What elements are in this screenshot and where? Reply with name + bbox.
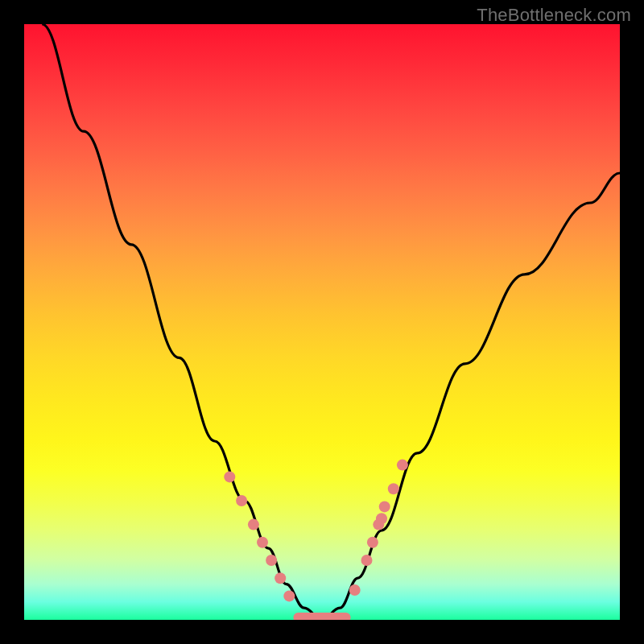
data-dot [349, 584, 361, 596]
data-dot [361, 555, 373, 566]
data-dot [257, 537, 268, 548]
bottleneck-curve [42, 24, 620, 620]
data-dot [236, 495, 247, 506]
chart-frame: TheBottleneck.com [0, 0, 644, 644]
watermark-text: TheBottleneck.com [477, 5, 631, 26]
curve-svg [24, 24, 620, 620]
data-dot [388, 483, 399, 494]
data-dot [224, 471, 235, 482]
data-dot [283, 590, 295, 601]
data-dot [248, 519, 259, 530]
data-dot [376, 513, 387, 524]
dots-right-group [349, 460, 408, 596]
data-dot [397, 460, 408, 471]
data-dot [275, 572, 286, 584]
data-dot [379, 501, 390, 512]
plot-area [24, 24, 620, 620]
data-dot [266, 555, 277, 566]
data-dot [367, 537, 378, 548]
